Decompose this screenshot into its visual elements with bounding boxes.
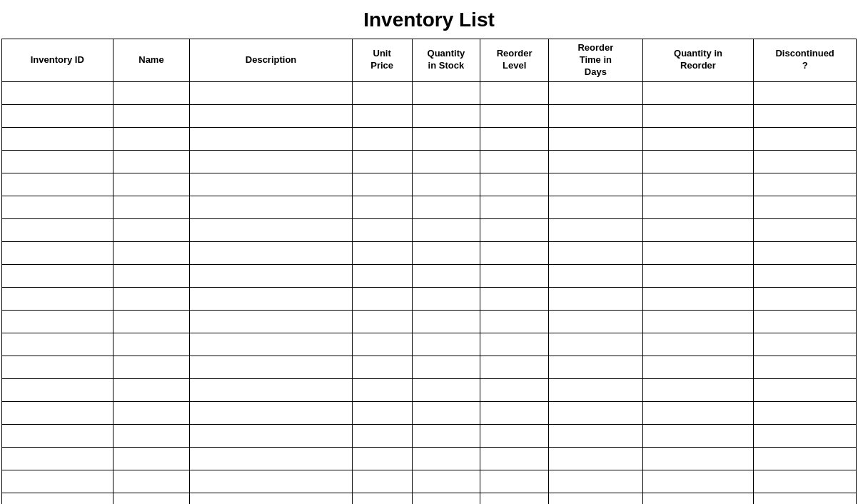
table-cell[interactable]	[2, 356, 113, 378]
table-cell[interactable]	[549, 333, 643, 356]
table-cell[interactable]	[352, 241, 412, 264]
table-cell[interactable]	[642, 310, 754, 333]
table-cell[interactable]	[754, 127, 857, 150]
table-cell[interactable]	[642, 424, 754, 447]
table-cell[interactable]	[190, 333, 352, 356]
table-cell[interactable]	[754, 447, 857, 470]
table-cell[interactable]	[412, 287, 480, 310]
table-cell[interactable]	[480, 150, 549, 173]
table-cell[interactable]	[190, 241, 352, 264]
table-cell[interactable]	[113, 493, 190, 504]
table-cell[interactable]	[642, 81, 754, 104]
table-cell[interactable]	[113, 333, 190, 356]
table-cell[interactable]	[190, 150, 352, 173]
table-cell[interactable]	[549, 447, 643, 470]
table-cell[interactable]	[190, 424, 352, 447]
table-cell[interactable]	[412, 378, 480, 401]
table-cell[interactable]	[754, 310, 857, 333]
table-cell[interactable]	[113, 470, 190, 493]
table-cell[interactable]	[190, 104, 352, 127]
table-cell[interactable]	[352, 493, 412, 504]
table-cell[interactable]	[480, 378, 549, 401]
table-cell[interactable]	[754, 356, 857, 378]
table-cell[interactable]	[2, 104, 113, 127]
table-cell[interactable]	[642, 401, 754, 424]
table-cell[interactable]	[642, 218, 754, 241]
table-cell[interactable]	[549, 287, 643, 310]
table-cell[interactable]	[352, 378, 412, 401]
table-cell[interactable]	[754, 241, 857, 264]
table-cell[interactable]	[352, 150, 412, 173]
table-cell[interactable]	[480, 127, 549, 150]
table-cell[interactable]	[190, 378, 352, 401]
table-cell[interactable]	[480, 447, 549, 470]
table-cell[interactable]	[549, 264, 643, 287]
table-cell[interactable]	[480, 218, 549, 241]
table-cell[interactable]	[2, 470, 113, 493]
table-cell[interactable]	[190, 470, 352, 493]
table-cell[interactable]	[2, 310, 113, 333]
table-cell[interactable]	[113, 424, 190, 447]
table-cell[interactable]	[412, 264, 480, 287]
table-cell[interactable]	[2, 378, 113, 401]
table-cell[interactable]	[754, 287, 857, 310]
table-cell[interactable]	[549, 310, 643, 333]
table-cell[interactable]	[113, 173, 190, 196]
table-cell[interactable]	[190, 196, 352, 218]
table-cell[interactable]	[642, 378, 754, 401]
table-cell[interactable]	[412, 196, 480, 218]
table-cell[interactable]	[549, 150, 643, 173]
table-cell[interactable]	[412, 447, 480, 470]
table-cell[interactable]	[352, 104, 412, 127]
table-cell[interactable]	[412, 173, 480, 196]
table-cell[interactable]	[412, 218, 480, 241]
table-cell[interactable]	[412, 310, 480, 333]
table-cell[interactable]	[2, 401, 113, 424]
table-cell[interactable]	[352, 447, 412, 470]
table-cell[interactable]	[480, 287, 549, 310]
table-cell[interactable]	[412, 127, 480, 150]
table-cell[interactable]	[480, 81, 549, 104]
table-cell[interactable]	[642, 127, 754, 150]
table-cell[interactable]	[113, 264, 190, 287]
table-cell[interactable]	[754, 493, 857, 504]
table-cell[interactable]	[190, 493, 352, 504]
table-cell[interactable]	[190, 127, 352, 150]
table-cell[interactable]	[480, 241, 549, 264]
table-cell[interactable]	[113, 378, 190, 401]
table-cell[interactable]	[352, 333, 412, 356]
table-cell[interactable]	[352, 81, 412, 104]
table-cell[interactable]	[754, 218, 857, 241]
table-cell[interactable]	[412, 493, 480, 504]
table-cell[interactable]	[480, 310, 549, 333]
table-cell[interactable]	[352, 401, 412, 424]
table-cell[interactable]	[642, 447, 754, 470]
table-cell[interactable]	[480, 104, 549, 127]
table-cell[interactable]	[754, 196, 857, 218]
table-cell[interactable]	[2, 196, 113, 218]
table-cell[interactable]	[549, 127, 643, 150]
table-cell[interactable]	[754, 173, 857, 196]
table-cell[interactable]	[642, 104, 754, 127]
table-cell[interactable]	[549, 241, 643, 264]
table-cell[interactable]	[642, 333, 754, 356]
table-cell[interactable]	[352, 356, 412, 378]
table-cell[interactable]	[549, 173, 643, 196]
table-cell[interactable]	[190, 287, 352, 310]
table-cell[interactable]	[549, 378, 643, 401]
table-cell[interactable]	[754, 470, 857, 493]
table-cell[interactable]	[113, 150, 190, 173]
table-cell[interactable]	[754, 264, 857, 287]
table-cell[interactable]	[113, 104, 190, 127]
table-cell[interactable]	[2, 81, 113, 104]
table-cell[interactable]	[412, 356, 480, 378]
table-cell[interactable]	[352, 196, 412, 218]
table-cell[interactable]	[480, 333, 549, 356]
table-cell[interactable]	[642, 150, 754, 173]
table-cell[interactable]	[2, 264, 113, 287]
table-cell[interactable]	[480, 493, 549, 504]
table-cell[interactable]	[412, 241, 480, 264]
table-cell[interactable]	[352, 470, 412, 493]
table-cell[interactable]	[113, 127, 190, 150]
table-cell[interactable]	[549, 218, 643, 241]
